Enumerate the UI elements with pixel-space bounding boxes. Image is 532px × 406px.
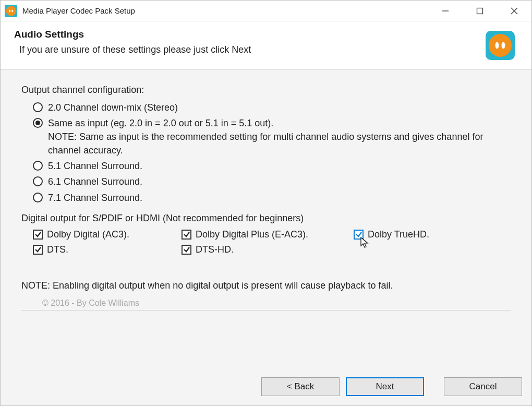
radio-option-7-1[interactable]: 7.1 Channel Surround. [33,191,511,205]
checkbox-dolby-digital[interactable]: Dolby Digital (AC3). [33,229,182,240]
radio-label: 7.1 Channel Surround. [48,191,142,205]
checkbox-dts-hd[interactable]: DTS-HD. [182,244,354,255]
setup-wizard-window: Media Player Codec Pack Setup Audio Sett… [0,0,532,406]
output-radio-group: 2.0 Channel down-mix (Stereo) Same as in… [33,101,511,205]
svg-point-2 [9,9,10,12]
checkbox-dolby-truehd[interactable]: Dolby TrueHD. [354,229,511,240]
checkbox-label: DTS. [47,244,68,255]
digital-output-label: Digital output for S/PDIF or HDMI (Not r… [21,213,511,224]
copyright-text: © 2016 - By Cole Williams [42,298,511,308]
maximize-button[interactable] [463,1,497,21]
wizard-header: Audio Settings If you are unsure of thes… [1,21,531,69]
minimize-button[interactable] [428,1,463,21]
digital-checkbox-grid: Dolby Digital (AC3). Dolby Digital Plus … [33,229,511,255]
maximize-icon [476,7,483,15]
checkbox-icon [182,245,191,255]
radio-icon [33,102,43,112]
svg-rect-5 [477,8,483,14]
radio-label: Same as input (eg. 2.0 in = 2.0 out or 5… [48,116,511,157]
titlebar: Media Player Codec Pack Setup [1,1,531,21]
radio-option-same-as-input[interactable]: Same as input (eg. 2.0 in = 2.0 out or 5… [33,116,511,157]
checkbox-label: Dolby Digital (AC3). [47,229,129,240]
svg-point-11 [502,42,505,49]
radio-icon [33,118,43,128]
checkbox-dolby-digital-plus[interactable]: Dolby Digital Plus (E-AC3). [182,229,354,240]
checkbox-label: DTS-HD. [196,244,234,255]
radio-icon [33,176,43,186]
radio-icon [33,161,43,171]
checkbox-icon [33,230,43,240]
cancel-button[interactable]: Cancel [444,377,522,396]
wizard-body: Output channel configuration: 2.0 Channe… [1,69,531,371]
page-subheading: If you are unsure of these settings plea… [19,44,486,55]
product-logo-icon [486,31,515,60]
radio-option-6-1[interactable]: 6.1 Channel Surround. [33,175,511,188]
back-button[interactable]: < Back [261,377,340,396]
page-heading: Audio Settings [14,29,486,40]
window-controls [428,1,531,21]
svg-point-9 [489,34,512,57]
digital-output-section: Digital output for S/PDIF or HDMI (Not r… [21,213,511,255]
checkbox-label: Dolby Digital Plus (E-AC3). [196,229,308,240]
svg-point-3 [11,9,13,12]
checkbox-icon [354,230,364,240]
divider [21,310,511,311]
radio-label: 5.1 Channel Surround. [48,159,142,173]
svg-point-1 [6,6,16,16]
playback-warning-note: NOTE: Enabling digital output when no di… [21,280,511,291]
radio-option-5-1[interactable]: 5.1 Channel Surround. [33,159,511,173]
next-button[interactable]: Next [346,377,424,396]
checkbox-dts[interactable]: DTS. [33,244,182,255]
app-icon [5,5,17,17]
checkbox-icon [33,245,43,255]
close-button[interactable] [497,1,531,21]
checkbox-label: Dolby TrueHD. [368,229,429,240]
output-config-label: Output channel configuration: [21,85,511,95]
radio-label: 2.0 Channel down-mix (Stereo) [48,101,178,114]
minimize-icon [442,7,449,15]
checkbox-icon [182,230,191,240]
wizard-footer: < Back Next Cancel [1,371,531,405]
radio-label: 6.1 Channel Surround. [48,175,142,188]
svg-point-10 [495,42,499,49]
window-title: Media Player Codec Pack Setup [22,6,135,15]
close-icon [511,7,518,15]
radio-icon [33,193,43,202]
radio-option-2-0[interactable]: 2.0 Channel down-mix (Stereo) [33,101,511,114]
